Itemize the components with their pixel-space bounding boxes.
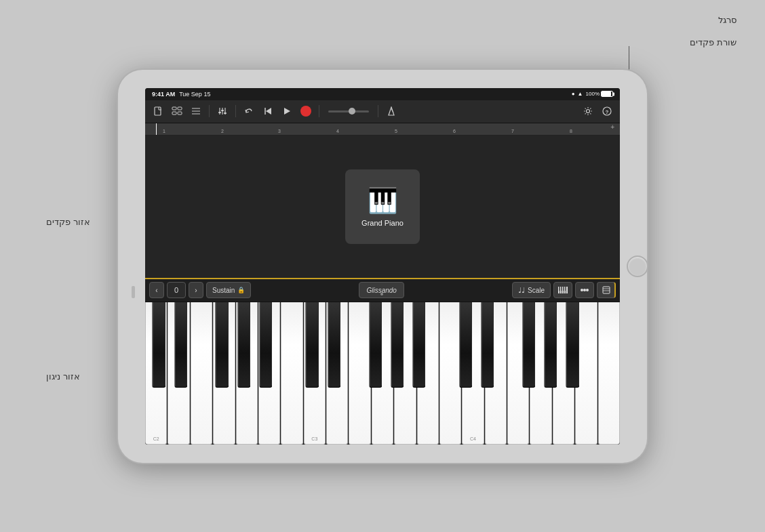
ipad: 9:41 AM Tue Sep 15 ● ▲ 100% — [118, 70, 647, 463]
wifi-icon: ● — [572, 91, 575, 97]
ruler-add-button[interactable]: + — [610, 123, 614, 131]
key-Eb2[interactable] — [174, 302, 188, 388]
key-C2-label: C2 — [153, 436, 159, 441]
metronome-button[interactable] — [384, 104, 399, 119]
ruler-mark-1: 1 — [163, 129, 165, 134]
commands-area: 🎹 Grand Piano — [145, 136, 620, 278]
ruler-mark-6: 6 — [453, 129, 456, 134]
sep4 — [378, 105, 378, 117]
settings-button[interactable] — [581, 104, 595, 119]
key-Db3[interactable] — [306, 302, 319, 388]
battery-icon: 100% — [586, 91, 613, 97]
ruler-marks-container: 1 2 3 4 5 6 7 8 + — [148, 123, 617, 135]
volume-slider[interactable] — [328, 110, 369, 112]
help-button[interactable]: ? — [600, 104, 614, 119]
svg-rect-26 — [566, 287, 568, 293]
new-doc-button[interactable] — [151, 104, 165, 119]
grand-piano-icon: 🎹 — [368, 186, 398, 215]
key-Db4[interactable] — [459, 302, 473, 388]
status-time: 9:41 AM — [152, 91, 175, 98]
svg-rect-27 — [560, 287, 561, 291]
octave-value: 0 — [167, 282, 186, 298]
svg-rect-4 — [178, 112, 182, 115]
scale-notes-icon: ♩♩ — [518, 286, 525, 295]
status-icons: ● ▲ 100% — [572, 91, 613, 97]
skip-back-button[interactable] — [260, 104, 275, 119]
svg-point-19 — [587, 110, 590, 113]
key-Gb2[interactable] — [216, 302, 229, 388]
grand-piano-card[interactable]: 🎹 Grand Piano — [345, 169, 420, 244]
screen: 9:41 AM Tue Sep 15 ● ▲ 100% — [145, 88, 620, 445]
battery-percent: 100% — [586, 91, 600, 97]
svg-rect-12 — [221, 110, 224, 111]
settings-keyboard-button[interactable] — [597, 282, 616, 298]
key-E2[interactable] — [191, 302, 212, 445]
sep1 — [209, 105, 210, 117]
commands-area-annotation: אזור פקדים — [46, 217, 90, 227]
status-bar: 9:41 AM Tue Sep 15 ● ▲ 100% — [145, 88, 620, 100]
svg-rect-2 — [178, 107, 182, 110]
key-Bb4[interactable] — [566, 302, 579, 388]
svg-marker-17 — [389, 107, 394, 115]
svg-rect-3 — [172, 112, 176, 115]
svg-rect-13 — [224, 112, 227, 114]
undo-button[interactable] — [241, 104, 256, 119]
ruler-mark-2: 2 — [221, 129, 224, 134]
volume-control[interactable] — [325, 104, 372, 119]
octave-next-button[interactable]: › — [189, 282, 203, 298]
svg-rect-34 — [603, 287, 610, 293]
scale-button[interactable]: ♩♩ Scale — [512, 282, 551, 298]
key-Bb2[interactable] — [259, 302, 273, 388]
key-Ab3[interactable] — [391, 302, 404, 388]
svg-rect-11 — [218, 112, 221, 113]
key-Eb4[interactable] — [481, 302, 494, 388]
piano-view-button[interactable] — [553, 282, 572, 298]
svg-point-32 — [583, 289, 586, 291]
chord-button[interactable] — [575, 282, 594, 298]
svg-rect-0 — [155, 107, 161, 115]
sustain-label: Sustain — [212, 287, 235, 294]
key-Ab4[interactable] — [544, 302, 557, 388]
key-B3[interactable] — [439, 302, 461, 445]
sep2 — [235, 105, 236, 117]
ruler-mark-5: 5 — [395, 129, 397, 134]
svg-rect-30 — [566, 287, 567, 291]
keyboard-controls-bar: ‹ 0 › Sustain 🔒 Glissando ♩♩ Scale — [145, 278, 620, 302]
key-B2[interactable] — [281, 302, 302, 445]
piano-keys-container: C2 C3 C4 — [145, 302, 620, 445]
glissando-button[interactable]: Glissando — [359, 282, 404, 298]
record-dot — [300, 106, 311, 117]
key-Ab2[interactable] — [237, 302, 251, 388]
ruler-mark-8: 8 — [570, 129, 572, 134]
key-Gb3[interactable] — [369, 302, 382, 388]
key-Eb3[interactable] — [328, 302, 341, 388]
mixer-button[interactable] — [215, 104, 230, 119]
sustain-button[interactable]: Sustain 🔒 — [206, 282, 251, 298]
scroll-annotation: סרגל — [718, 15, 737, 25]
key-Bb3[interactable] — [412, 302, 426, 388]
play-button[interactable] — [279, 104, 294, 119]
signal-icon: ▲ — [578, 91, 583, 97]
ruler-mark-7: 7 — [511, 129, 514, 134]
list-view-button[interactable] — [189, 104, 203, 119]
record-button[interactable] — [298, 104, 313, 119]
sep3 — [319, 105, 319, 117]
key-Gb4[interactable] — [522, 302, 536, 388]
svg-marker-16 — [284, 108, 290, 115]
octave-prev-button[interactable]: ‹ — [149, 282, 164, 298]
tracks-view-button[interactable] — [170, 104, 184, 119]
home-button[interactable] — [627, 255, 648, 277]
ruler-mark-4: 4 — [336, 129, 339, 134]
glissando-dot — [380, 293, 383, 295]
lock-icon: 🔒 — [237, 287, 245, 293]
key-Db2[interactable] — [153, 302, 166, 388]
key-B4[interactable] — [598, 302, 620, 445]
key-E3[interactable] — [349, 302, 370, 445]
play-area-annotation: אזור ניגון — [46, 371, 80, 382]
svg-point-31 — [581, 289, 583, 291]
toolbar: ? — [145, 100, 620, 123]
grand-piano-label: Grand Piano — [361, 219, 404, 227]
commands-bar-annotation: שורת פקדים — [690, 37, 737, 47]
key-C4-label: C4 — [470, 436, 476, 441]
svg-rect-1 — [172, 107, 176, 110]
